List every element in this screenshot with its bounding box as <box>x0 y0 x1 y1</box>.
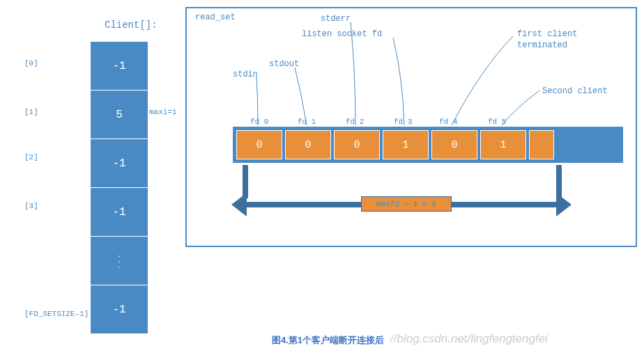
fd-set-bar: 0 0 0 1 0 1 <box>233 127 623 163</box>
label-first-client-l1: first client <box>517 29 577 39</box>
client-cell-0: -1 <box>91 42 148 90</box>
fd-cell-extra <box>529 130 554 159</box>
client-cell-3: -1 <box>91 188 148 237</box>
tick-fd1: fd 1 <box>298 118 316 126</box>
client-index-0: [0] <box>24 59 38 68</box>
label-first-client-l2: terminated <box>517 40 567 50</box>
label-second-client: Second client <box>542 86 608 96</box>
tick-fd3: fd 3 <box>394 118 412 126</box>
read-set-panel: read_set stderr listen socket fd first c… <box>185 7 637 247</box>
label-stderr: stderr <box>321 14 351 24</box>
fd-cell-0: 0 <box>236 130 282 159</box>
tick-fd5: fd 5 <box>488 118 506 126</box>
tick-fd2: fd 2 <box>346 118 364 126</box>
fd-cell-5: 1 <box>480 130 526 159</box>
client-index-1: [1] <box>24 108 38 116</box>
read-set-title: read_set <box>195 13 236 22</box>
tick-fd0: fd 0 <box>250 118 268 126</box>
watermark: //blog.csdn.net/lingfengtengfei <box>390 332 548 346</box>
figure-caption: 图4.第1个客户端断开连接后 <box>272 334 384 347</box>
label-stdin: stdin <box>233 70 258 79</box>
client-cell-2: -1 <box>91 139 148 188</box>
client-array-title: Client[]: <box>105 19 158 31</box>
tick-fd4: fd 4 <box>439 118 457 126</box>
fd-cell-1: 0 <box>285 130 331 159</box>
client-cell-dots: ... <box>91 237 148 285</box>
arrow-right-icon <box>556 193 572 216</box>
maxi-label: maxi=1 <box>149 108 177 116</box>
fd-cell-2: 0 <box>334 130 380 159</box>
client-cell-1: 5 <box>91 90 148 139</box>
label-stdout: stdout <box>269 59 299 69</box>
client-cell-last: -1 <box>91 285 148 334</box>
range-arrow: maxfd + 1 = 6 <box>243 193 560 216</box>
label-listen-socket: listen socket fd <box>302 29 382 39</box>
range-label: maxfd + 1 = 6 <box>361 196 452 212</box>
client-index-2: [2] <box>24 153 38 161</box>
client-index-3: [3] <box>24 202 38 210</box>
client-array-column: -1 5 -1 -1 ... -1 <box>91 42 148 334</box>
fd-cell-4: 0 <box>431 130 477 159</box>
fd-cell-3: 1 <box>383 130 429 159</box>
client-index-last: [FD_SETSIZE-1] <box>24 310 89 318</box>
